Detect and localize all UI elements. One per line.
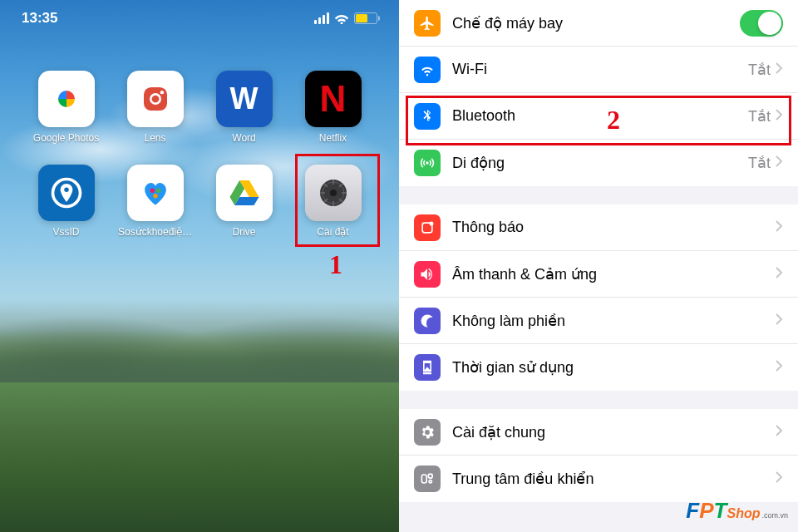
highlight-box-2 [406, 96, 791, 145]
status-bar: 13:35 [0, 0, 399, 37]
row-wifi[interactable]: Wi-Fi Tắt [399, 47, 798, 93]
row-value: Tắt [748, 61, 771, 79]
svg-point-7 [150, 189, 155, 194]
svg-point-23 [430, 221, 434, 225]
row-label: Thời gian sử dụng [452, 358, 776, 377]
settings-group-connectivity: Chế độ máy bay Wi-Fi Tắt Bluetooth Tắt D… [399, 0, 798, 186]
app-label: Google Photos [33, 132, 99, 144]
sound-icon [414, 261, 441, 288]
chevron-right-icon [776, 62, 783, 77]
cellular-signal-icon [314, 12, 329, 24]
row-sound[interactable]: Âm thanh & Cảm ứng [399, 251, 798, 298]
chevron-right-icon [776, 155, 783, 170]
status-indicators [314, 12, 377, 24]
row-label: Di động [452, 154, 748, 172]
app-label: VssID [52, 226, 79, 238]
chevron-right-icon [776, 360, 783, 375]
chevron-right-icon [776, 267, 783, 282]
settings-screen[interactable]: Chế độ máy bay Wi-Fi Tắt Bluetooth Tắt D… [399, 0, 798, 532]
app-vssid[interactable]: VssID [25, 165, 107, 238]
app-drive[interactable]: Drive [203, 165, 285, 238]
svg-rect-24 [421, 475, 426, 483]
chevron-right-icon [776, 313, 783, 328]
app-so-suc-khoe[interactable]: Sosứckhoeđiệ… [114, 165, 196, 238]
google-photos-icon [38, 71, 95, 127]
row-label: Wi-Fi [452, 61, 748, 78]
settings-group-general: Cài đặt chung Trung tâm điều khiển [399, 409, 798, 502]
wifi-icon [334, 12, 349, 24]
row-label: Thông báo [452, 219, 776, 236]
svg-point-9 [153, 194, 158, 199]
dnd-icon [414, 308, 441, 334]
highlight-box-1 [295, 154, 380, 247]
status-time: 13:35 [22, 10, 57, 27]
app-label: Drive [232, 226, 255, 238]
svg-point-25 [428, 474, 432, 478]
brand-logo: FPT Shop .com.vn [686, 498, 788, 524]
row-control-center[interactable]: Trung tâm điều khiển [399, 456, 798, 502]
home-screen: 13:35 Google Photos Lens W Word N Netfli… [0, 0, 399, 532]
svg-point-2 [151, 96, 159, 103]
wifi-settings-icon [414, 57, 441, 83]
app-word[interactable]: W Word [203, 71, 285, 144]
word-icon: W [216, 71, 273, 127]
settings-group-notifications: Thông báo Âm thanh & Cảm ứng Không làm p… [399, 204, 798, 391]
row-screentime[interactable]: Thời gian sử dụng [399, 344, 798, 391]
general-icon [414, 419, 441, 446]
svg-point-26 [429, 480, 431, 483]
chevron-right-icon [776, 220, 783, 235]
row-general[interactable]: Cài đặt chung [399, 409, 798, 456]
netflix-icon: N [305, 71, 362, 127]
app-label: Sosứckhoeđiệ… [118, 226, 192, 238]
row-label: Âm thanh & Cảm ứng [452, 265, 776, 283]
row-label: Trung tâm điều khiển [452, 470, 776, 488]
svg-point-3 [160, 91, 163, 94]
airplane-toggle[interactable] [740, 10, 783, 37]
row-cellular[interactable]: Di động Tắt [399, 140, 798, 186]
svg-point-6 [64, 188, 69, 193]
annotation-2: 2 [607, 105, 620, 135]
airplane-icon [414, 10, 441, 37]
app-label: Lens [144, 132, 165, 144]
annotation-1: 1 [329, 249, 342, 280]
health-icon [127, 165, 184, 221]
app-google-photos[interactable]: Google Photos [25, 71, 107, 144]
row-label: Chế độ máy bay [452, 14, 740, 32]
svg-point-21 [426, 161, 428, 164]
app-label: Netflix [319, 132, 347, 144]
row-notifications[interactable]: Thông báo [399, 204, 798, 251]
app-label: Word [232, 132, 255, 144]
row-airplane-mode[interactable]: Chế độ máy bay [399, 0, 798, 47]
svg-point-8 [155, 189, 160, 194]
app-lens[interactable]: Lens [114, 71, 196, 144]
lens-icon [127, 71, 184, 127]
chevron-right-icon [776, 425, 783, 440]
battery-icon [354, 12, 377, 24]
row-dnd[interactable]: Không làm phiền [399, 298, 798, 344]
drive-icon [216, 165, 273, 221]
notification-icon [414, 214, 441, 241]
row-label: Không làm phiền [452, 312, 776, 330]
cellular-icon [414, 150, 441, 176]
screentime-icon [414, 354, 441, 381]
row-value: Tắt [748, 154, 771, 172]
wallpaper-fields [0, 382, 399, 532]
vssid-icon [38, 165, 95, 221]
control-center-icon [414, 466, 441, 492]
chevron-right-icon [776, 471, 783, 486]
app-netflix[interactable]: N Netflix [292, 71, 374, 144]
row-label: Cài đặt chung [452, 423, 776, 441]
